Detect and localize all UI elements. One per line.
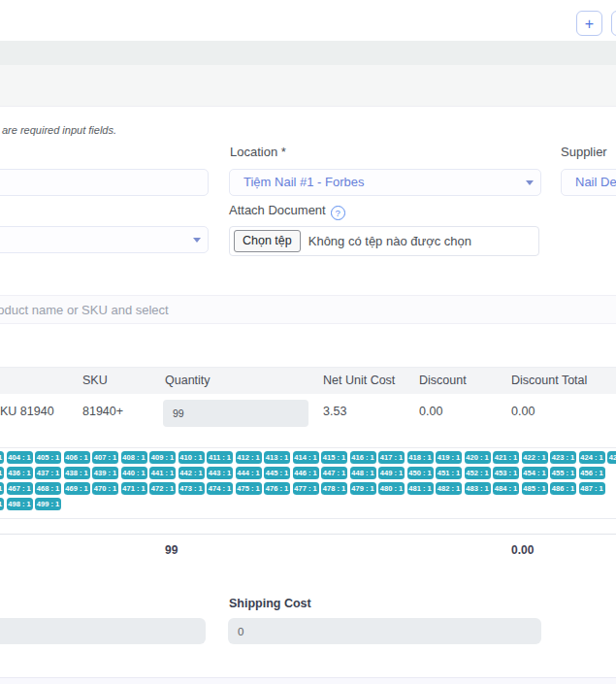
serial-badge[interactable]: 485 : 1 (522, 482, 548, 495)
top-bar: + (0, 0, 616, 41)
serial-badge[interactable]: 439 : 1 (92, 467, 118, 479)
no-file-chosen-text: Không có tệp nào được chọn (308, 234, 471, 248)
serial-badge[interactable]: 437 : 1 (35, 467, 61, 479)
product-search-input[interactable] (0, 295, 616, 324)
serial-badge[interactable]: 450 : 1 (407, 467, 434, 479)
serial-badge[interactable]: 452 : 1 (465, 467, 491, 479)
supplier-select[interactable]: Nail Deli (N (561, 169, 616, 196)
serial-badge[interactable]: 472 : 1 (149, 482, 176, 495)
col-quantity: Quantity (165, 374, 211, 387)
serial-badge[interactable]: 474 : 1 (207, 482, 233, 495)
choose-file-button[interactable]: Chọn tệp (234, 230, 301, 252)
serial-badge[interactable]: 482 : 1 (436, 482, 462, 495)
serial-badge[interactable]: 436 : 1 (7, 467, 33, 479)
serial-badge[interactable]: 477 : 1 (293, 482, 319, 495)
serial-badge[interactable]: 444 : 1 (236, 467, 262, 479)
serial-badge[interactable]: 453 : 1 (493, 467, 519, 479)
serial-badge[interactable]: 413 : 1 (264, 451, 290, 464)
add-button[interactable]: + (576, 11, 602, 36)
left-bottom-input[interactable] (0, 618, 206, 644)
serial-badge[interactable]: 423 : 1 (550, 451, 576, 464)
serial-badge[interactable]: 424 : 1 (579, 451, 605, 464)
left-select-field[interactable] (0, 226, 209, 253)
serial-badge[interactable]: 471 : 1 (121, 482, 147, 495)
serial-badge[interactable]: 445 : 1 (264, 467, 290, 479)
serial-badge[interactable]: 412 : 1 (236, 451, 262, 464)
sku-cell: 81940+ (82, 405, 123, 418)
serial-badge[interactable]: 408 : 1 (121, 451, 147, 464)
serial-badge[interactable]: 497 : 1 (0, 498, 4, 510)
serial-badge[interactable]: 451 : 1 (436, 467, 462, 479)
serial-badge[interactable]: 479 : 1 (350, 482, 376, 495)
serial-badge[interactable]: 467 : 1 (7, 482, 33, 495)
serial-badge[interactable]: 468 : 1 (35, 482, 61, 495)
serial-badge[interactable]: 473 : 1 (178, 482, 205, 495)
serial-badge[interactable]: 410 : 1 (178, 451, 205, 464)
serial-badge[interactable]: 416 : 1 (350, 451, 376, 464)
serial-badge[interactable]: 404 : 1 (7, 451, 33, 464)
serial-badge[interactable]: 442 : 1 (178, 467, 205, 479)
discount-total-sum: 0.00 (511, 543, 534, 557)
location-selected-value: Tiệm Nail #1 - Forbes (243, 175, 365, 189)
left-input-field[interactable] (0, 169, 209, 196)
attach-file-input[interactable]: Chọn tệp Không có tệp nào được chọn (229, 226, 539, 256)
serial-badge[interactable]: 447 : 1 (321, 467, 347, 479)
supplier-label: Supplier (561, 145, 607, 159)
serial-badge[interactable]: 438 : 1 (64, 467, 90, 479)
serial-badge[interactable]: 440 : 1 (121, 467, 147, 479)
col-net-unit-cost: Net Unit Cost (323, 374, 395, 387)
product-name-cell: KU 81940 (0, 405, 54, 418)
serial-badge[interactable]: 481 : 1 (407, 482, 434, 495)
serial-badge[interactable]: 446 : 1 (293, 467, 319, 479)
serial-badge[interactable]: 406 : 1 (64, 451, 90, 464)
chevron-down-icon (193, 238, 201, 243)
discount-cell: 0.00 (419, 405, 442, 418)
serial-badge[interactable]: 417 : 1 (378, 451, 405, 464)
serial-badge[interactable]: 418 : 1 (407, 451, 434, 464)
attach-document-label: Attach Document? (229, 203, 345, 220)
badge-row: 435 : 1436 : 1437 : 1438 : 1439 : 1440 :… (0, 467, 605, 479)
serial-badge[interactable]: 466 : 1 (0, 482, 4, 495)
serial-badge[interactable]: 420 : 1 (465, 451, 491, 464)
help-icon[interactable]: ? (331, 206, 345, 220)
serial-badge[interactable]: 411 : 1 (207, 451, 233, 464)
serial-badge[interactable]: 480 : 1 (378, 482, 405, 495)
serial-badge[interactable]: 498 : 1 (7, 498, 33, 510)
serial-number-badges: 403 : 1404 : 1405 : 1406 : 1407 : 1408 :… (0, 447, 616, 519)
serial-badge[interactable]: 454 : 1 (522, 467, 548, 479)
location-label: Location * (230, 145, 286, 159)
serial-badge[interactable]: 407 : 1 (92, 451, 118, 464)
serial-badge[interactable]: 405 : 1 (35, 451, 61, 464)
serial-badge[interactable]: 484 : 1 (493, 482, 519, 495)
quantity-input[interactable] (163, 400, 308, 427)
shipping-cost-input[interactable] (228, 618, 541, 644)
serial-badge[interactable]: 448 : 1 (350, 467, 376, 479)
serial-badge[interactable]: 425 : 1 (607, 451, 616, 464)
serial-badge[interactable]: 415 : 1 (321, 451, 347, 464)
serial-badge[interactable]: 409 : 1 (149, 451, 176, 464)
secondary-button-partial[interactable] (611, 11, 616, 36)
location-select[interactable]: Tiệm Nail #1 - Forbes (229, 169, 541, 196)
serial-badge[interactable]: 449 : 1 (378, 467, 405, 479)
serial-badge[interactable]: 487 : 1 (579, 482, 605, 495)
serial-badge[interactable]: 475 : 1 (236, 482, 262, 495)
supplier-selected-value: Nail Deli (N (575, 175, 616, 189)
serial-badge[interactable]: 483 : 1 (465, 482, 491, 495)
serial-badge[interactable]: 403 : 1 (0, 451, 4, 464)
serial-badge[interactable]: 443 : 1 (207, 467, 233, 479)
serial-badge[interactable]: 456 : 1 (579, 467, 605, 479)
serial-badge[interactable]: 469 : 1 (64, 482, 90, 495)
serial-badge[interactable]: 419 : 1 (436, 451, 462, 464)
serial-badge[interactable]: 499 : 1 (35, 498, 61, 510)
serial-badge[interactable]: 470 : 1 (92, 482, 118, 495)
net-unit-cost-cell: 3.53 (323, 405, 346, 418)
serial-badge[interactable]: 441 : 1 (149, 467, 176, 479)
serial-badge[interactable]: 478 : 1 (321, 482, 347, 495)
serial-badge[interactable]: 486 : 1 (550, 482, 576, 495)
serial-badge[interactable]: 435 : 1 (0, 467, 4, 479)
serial-badge[interactable]: 455 : 1 (550, 467, 576, 479)
serial-badge[interactable]: 414 : 1 (293, 451, 319, 464)
serial-badge[interactable]: 421 : 1 (493, 451, 519, 464)
serial-badge[interactable]: 476 : 1 (264, 482, 290, 495)
serial-badge[interactable]: 422 : 1 (522, 451, 548, 464)
